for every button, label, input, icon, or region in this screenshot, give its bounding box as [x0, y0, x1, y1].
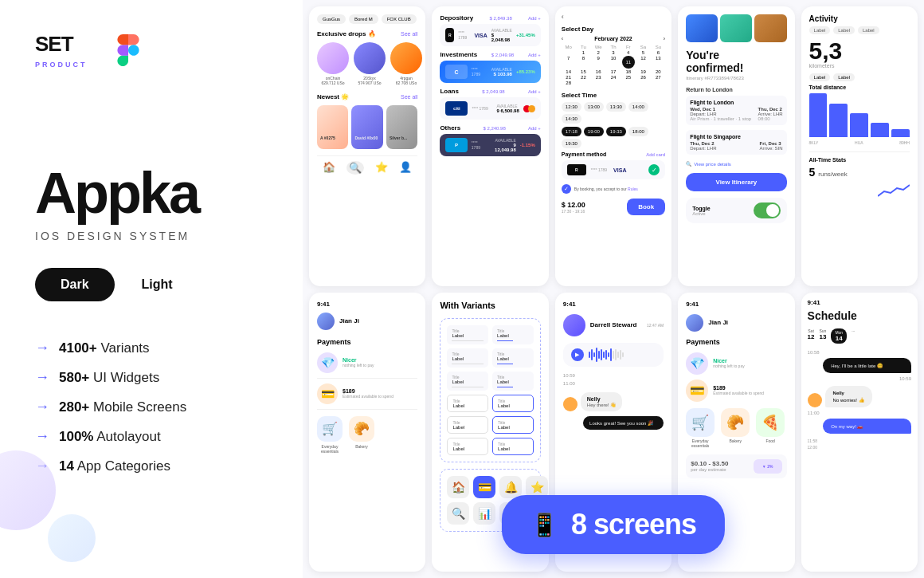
nft-avatar-label-3: 4rpgan62 708 USo	[396, 76, 417, 85]
expense-user-avatar	[317, 313, 335, 330]
banking2-user-name: Jian Ji	[708, 319, 728, 326]
form-field-4: Title Label	[492, 348, 534, 368]
price-label: $ 12.00	[562, 201, 622, 209]
category-1: 🛒 Everydayessentials	[317, 416, 343, 454]
time-chip-1[interactable]: 12:30	[562, 102, 581, 112]
brand-name: SET	[35, 32, 107, 59]
add-btn-2[interactable]: Add +	[528, 53, 541, 57]
sched-recv-msg: Nelly No worries! 👍	[808, 386, 911, 407]
sent-message-bubble: Looks great! See you soon 🎉	[583, 416, 664, 430]
sched-day-sun[interactable]: Sun 13	[820, 328, 827, 344]
wave-6	[601, 349, 602, 360]
banking-screen: Depository $ 2,849.38 Add + R **** 1789 …	[432, 6, 548, 286]
select-time-label: Select Time	[562, 92, 665, 99]
subtitle: iOS DESIGN SYSTEM	[35, 230, 268, 242]
sched-day-sat[interactable]: Sat 12	[808, 328, 815, 344]
cal-next-icon[interactable]: ›	[664, 36, 665, 41]
toggle-switch[interactable]	[754, 202, 781, 218]
deco-circle-2	[48, 514, 96, 562]
nav-star-icon[interactable]: ⭐	[375, 161, 388, 175]
travel-img-1	[686, 14, 718, 42]
add-btn-4[interactable]: Add +	[528, 126, 541, 131]
right-panel: GusGus Bored M FOX CLUB Tri... Exclusive…	[303, 0, 924, 578]
sched-day-mon[interactable]: Mon 14	[831, 328, 847, 344]
nft-tab-1[interactable]: GusGus	[317, 14, 346, 24]
feature-number-1: 4100+ Variants	[59, 340, 150, 356]
icon-btn-6[interactable]: 🔍	[447, 502, 469, 525]
nav-home-icon[interactable]: 🏠	[323, 161, 335, 175]
book-button[interactable]: Book	[627, 199, 665, 215]
dark-mode-button[interactable]: Dark	[35, 268, 115, 301]
payments-label: Payments	[317, 338, 417, 346]
screens-count: 8 screens	[571, 508, 696, 541]
time-chip-4[interactable]: 14:00	[628, 102, 648, 112]
sched-day-dot[interactable]: ···	[852, 328, 855, 344]
wave-7	[603, 352, 605, 358]
terms-check-icon: ✓	[562, 184, 571, 194]
nft-tab-3[interactable]: FOX CLUB	[382, 14, 417, 24]
icon-btn-1[interactable]: 🏠	[447, 476, 469, 498]
time-chip-7[interactable]: 19:30	[562, 139, 581, 148]
view-itinerary-button[interactable]: View Itinerary	[686, 173, 786, 191]
cobalt-logo: C	[445, 65, 467, 79]
feature-item-1: → 4100+ Variants	[35, 340, 268, 356]
time-chip-6[interactable]: 18:00	[628, 127, 648, 136]
nft-avatar-1	[317, 42, 349, 74]
add-card-btn[interactable]: Add card	[646, 152, 665, 157]
all-time-title: All-Time Stats	[809, 157, 910, 163]
banking2-time: 9:41	[686, 301, 786, 308]
nft-item-1: A #0275	[317, 105, 348, 149]
cal-today[interactable]: 11	[622, 56, 635, 69]
toggle-label: Toggle Active	[692, 206, 710, 216]
time-chip-sel-1[interactable]: 17:18	[562, 127, 581, 136]
time-slot-2: 11:00	[563, 381, 664, 386]
feature-number-2: 580+ UI Widgets	[59, 370, 159, 386]
expense-amount-row: $0.10 - $3.50 per day estimate	[691, 460, 728, 472]
wave-14	[620, 350, 621, 360]
travel-img-2	[720, 14, 752, 42]
back-arrow-icon[interactable]: ‹	[562, 13, 665, 21]
big-number-sub: kilometers	[809, 63, 910, 69]
light-mode-button[interactable]: Light	[115, 268, 200, 301]
banking2-item-1: Nicer nothing left to pay	[713, 358, 744, 368]
wave-4	[596, 348, 597, 362]
nav-search-icon[interactable]: 🔍	[346, 161, 364, 175]
add-btn-1[interactable]: Add +	[528, 16, 541, 21]
nft-tab-2[interactable]: Bored M	[349, 14, 378, 24]
total-distance-label: Total distance	[809, 85, 910, 90]
wave-8	[605, 350, 607, 360]
select-day-label: Select Day	[562, 26, 665, 33]
svg-text:SET: SET	[35, 32, 74, 56]
icon-btn-7[interactable]: 📊	[473, 502, 495, 525]
cal-prev-icon[interactable]: ‹	[562, 36, 563, 41]
time-chip-2[interactable]: 13:00	[584, 102, 604, 112]
play-icon[interactable]: ▶	[571, 348, 584, 361]
sched-time-3: 11:00	[808, 411, 911, 415]
time-chip-5[interactable]: 14:30	[562, 114, 581, 124]
return-label: Return to London	[686, 87, 786, 92]
view-price-link[interactable]: 🔍 View price details	[686, 161, 786, 167]
bar-label-3: 89HH	[899, 140, 910, 145]
nav-profile-icon[interactable]: 👤	[399, 161, 412, 175]
cat-1: 🛒 Everydayessentials	[686, 408, 715, 448]
user-avatar-small	[563, 397, 578, 411]
label-badge-2: Label	[833, 26, 855, 34]
others-label: Others	[440, 124, 460, 132]
feature-number-4: 100% Autolayout	[59, 429, 161, 445]
add-btn-3[interactable]: Add +	[528, 89, 541, 94]
time-chip-sel-2[interactable]: 19:00	[584, 127, 604, 136]
flight2-arr: Fri, Dec 3 Arrive: SIN	[760, 141, 783, 151]
icon-btn-2[interactable]: 💳	[473, 476, 495, 498]
cat-3: 🍕 Food	[756, 408, 785, 448]
time-chip-sel-3[interactable]: 19:33	[606, 127, 626, 136]
form-field-7: Title Label	[447, 395, 488, 412]
flight2-label: Flight to Singapore	[690, 134, 782, 140]
icon-btn-3[interactable]: 🔔	[499, 476, 522, 498]
audio-message: ▶	[563, 343, 664, 367]
wave-12	[615, 349, 617, 360]
itinerary-ref: Itinerary #R7733894/78623	[686, 76, 786, 81]
time-chip-3[interactable]: 13:30	[606, 102, 626, 112]
feature-item-2: → 580+ UI Widgets	[35, 369, 268, 386]
see-all-1[interactable]: See all	[401, 31, 417, 37]
see-all-2[interactable]: See all	[401, 94, 417, 100]
